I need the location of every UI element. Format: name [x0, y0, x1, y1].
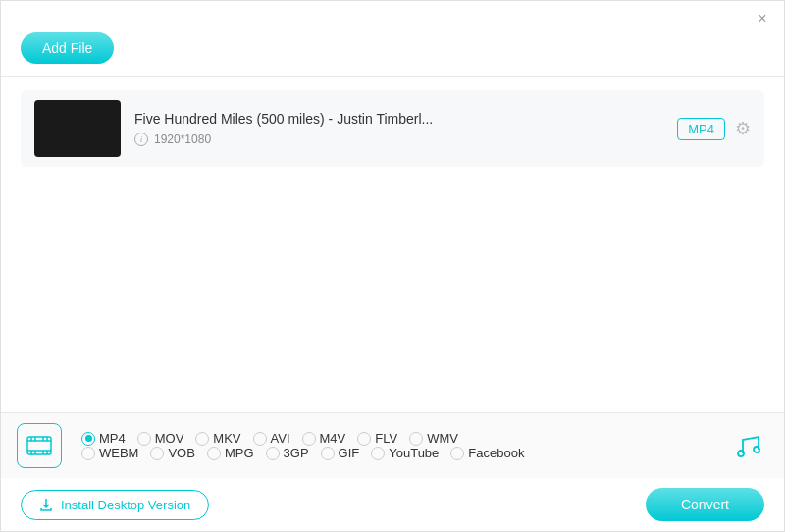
toolbar: Add File — [1, 32, 784, 77]
format-option-facebook[interactable]: Facebook — [445, 446, 530, 460]
file-item: Five Hundred Miles (500 miles) - Justin … — [21, 90, 764, 167]
label-youtube: YouTube — [389, 446, 439, 460]
label-mp4: MP4 — [99, 431, 126, 446]
install-label: Install Desktop Version — [61, 498, 190, 512]
download-icon — [39, 498, 53, 511]
format-option-mp4[interactable]: MP4 — [76, 431, 131, 446]
format-selector: MP4 MOV MKV AVI M4V — [1, 413, 784, 478]
audio-format-icon[interactable] — [729, 426, 768, 465]
install-desktop-button[interactable]: Install Desktop Version — [21, 490, 209, 520]
label-vob: VOB — [168, 446, 194, 460]
label-avi: AVI — [271, 431, 290, 446]
label-gif: GIF — [339, 446, 360, 460]
radio-facebook — [450, 447, 464, 460]
label-webm: WEBM — [99, 446, 138, 460]
info-icon[interactable]: i — [134, 133, 148, 146]
format-badge[interactable]: MP4 — [677, 118, 725, 140]
radio-vob — [150, 447, 164, 460]
format-option-m4v[interactable]: M4V — [296, 431, 352, 446]
radio-mkv — [195, 432, 209, 446]
file-resolution: 1920*1080 — [154, 133, 211, 146]
format-option-mkv[interactable]: MKV — [189, 431, 246, 446]
video-format-icon[interactable] — [17, 423, 62, 468]
radio-mp4 — [81, 432, 95, 446]
add-file-button[interactable]: Add File — [21, 32, 114, 64]
radio-3gp — [266, 447, 280, 460]
file-list-area: Five Hundred Miles (500 miles) - Justin … — [1, 77, 784, 400]
format-option-flv[interactable]: FLV — [351, 431, 403, 446]
radio-avi — [253, 432, 267, 446]
file-info: Five Hundred Miles (500 miles) - Justin … — [134, 111, 663, 146]
file-actions: MP4 ⚙ — [677, 118, 751, 140]
radio-youtube — [371, 447, 385, 460]
format-option-mov[interactable]: MOV — [131, 431, 190, 446]
label-facebook: Facebook — [468, 446, 524, 460]
close-button[interactable]: × — [755, 11, 770, 27]
format-option-mpg[interactable]: MPG — [201, 446, 260, 460]
format-option-webm[interactable]: WEBM — [76, 446, 144, 460]
label-mpg: MPG — [225, 446, 254, 460]
radio-flv — [357, 432, 371, 446]
film-icon — [26, 433, 52, 458]
radio-webm — [81, 447, 95, 460]
settings-icon[interactable]: ⚙ — [735, 118, 751, 139]
radio-mov — [137, 432, 151, 446]
radio-wmv — [409, 432, 423, 446]
title-bar: × — [1, 1, 784, 32]
bottom-section: MP4 MOV MKV AVI M4V — [1, 412, 784, 531]
format-option-youtube[interactable]: YouTube — [365, 446, 445, 460]
radio-gif — [321, 447, 335, 460]
file-meta: i 1920*1080 — [134, 133, 663, 146]
label-m4v: M4V — [320, 431, 346, 446]
label-mkv: MKV — [213, 431, 240, 446]
file-title: Five Hundred Miles (500 miles) - Justin … — [134, 111, 663, 127]
format-option-vob[interactable]: VOB — [144, 446, 200, 460]
bottom-bar: Install Desktop Version Convert — [1, 478, 784, 531]
label-flv: FLV — [375, 431, 397, 446]
file-thumbnail — [34, 100, 121, 157]
format-option-avi[interactable]: AVI — [247, 431, 296, 446]
music-note-icon — [733, 430, 764, 461]
label-3gp: 3GP — [284, 446, 309, 460]
radio-mpg — [207, 447, 221, 460]
format-option-3gp[interactable]: 3GP — [260, 446, 315, 460]
convert-button[interactable]: Convert — [646, 488, 764, 521]
format-option-wmv[interactable]: WMV — [403, 431, 464, 446]
format-option-gif[interactable]: GIF — [315, 446, 366, 460]
radio-m4v — [302, 432, 316, 446]
label-wmv: WMV — [427, 431, 458, 446]
label-mov: MOV — [155, 431, 184, 446]
